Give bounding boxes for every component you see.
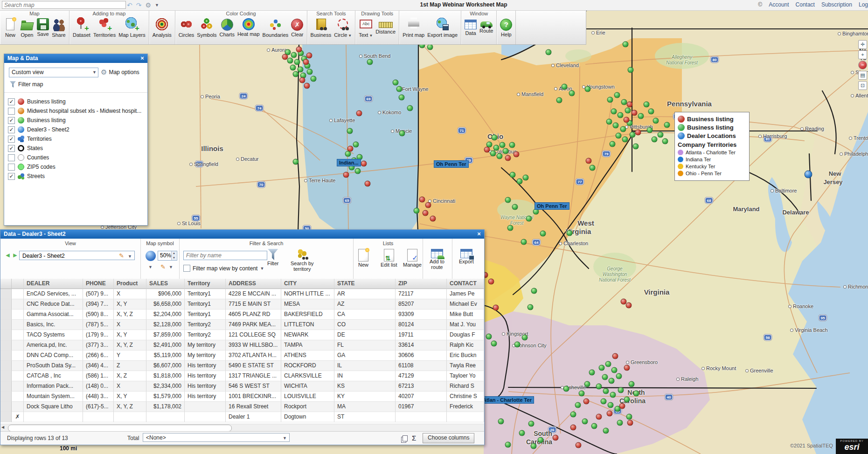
charts-button[interactable]: Charts — [218, 17, 236, 38]
map-marker[interactable] — [493, 145, 500, 151]
map-marker[interactable] — [648, 109, 654, 115]
map-marker[interactable] — [393, 80, 399, 86]
map-marker[interactable] — [570, 425, 576, 431]
table-row[interactable]: Gamma Associat...(590) 8...X, Y, Z$2,204… — [0, 310, 484, 320]
map-marker[interactable] — [585, 86, 591, 92]
filter-by-name-input[interactable] — [183, 251, 267, 260]
map-marker[interactable] — [610, 392, 616, 398]
heat-map-button[interactable]: Heat map — [236, 17, 261, 37]
map-marker[interactable] — [582, 419, 588, 425]
total-select[interactable]: <None> ▼ — [143, 433, 290, 442]
checkbox[interactable]: ✓ — [8, 126, 15, 133]
analysis-button[interactable]: Analysis — [151, 17, 173, 38]
map-marker[interactable] — [608, 402, 614, 408]
map-marker[interactable] — [367, 59, 373, 65]
map-marker[interactable] — [500, 142, 506, 148]
territories-button[interactable]: Territories — [92, 17, 117, 38]
zoom-out-button[interactable]: − — [858, 61, 867, 69]
map-marker[interactable] — [602, 374, 608, 380]
map-marker[interactable] — [603, 388, 609, 394]
help-button[interactable]: Help — [499, 17, 514, 38]
row-selector[interactable] — [0, 361, 12, 371]
table-row[interactable]: Mountain System...(448) 3...X, Y$1,579,0… — [0, 392, 484, 402]
map-marker[interactable] — [531, 443, 537, 449]
map-marker[interactable] — [605, 361, 611, 367]
map-marker[interactable] — [356, 110, 362, 117]
layers-button[interactable]: ▤ — [858, 71, 867, 80]
map-marker[interactable] — [616, 373, 622, 379]
checkbox[interactable] — [8, 164, 15, 171]
map-marker[interactable] — [617, 420, 623, 426]
route-button[interactable]: Route — [478, 17, 494, 34]
map-marker[interactable] — [505, 197, 511, 203]
prev-view-button[interactable]: ◀ — [4, 252, 11, 259]
map-marker[interactable] — [522, 335, 528, 341]
checkbox[interactable] — [8, 108, 15, 115]
map-marker[interactable] — [407, 105, 413, 111]
redo-icon[interactable]: ↷ — [136, 1, 142, 9]
map-marker[interactable] — [599, 365, 605, 371]
table-row[interactable]: ✗Dealer 1DogtownST — [0, 412, 484, 422]
map-marker[interactable] — [293, 159, 299, 165]
row-selector[interactable] — [0, 402, 12, 412]
map-marker[interactable] — [514, 342, 521, 348]
map-marker[interactable] — [623, 41, 629, 48]
territory-map-label[interactable]: Oh Penn Ter — [434, 160, 469, 168]
territory-map-label[interactable]: Indian... — [337, 159, 361, 166]
map-marker[interactable] — [528, 421, 535, 427]
map-marker[interactable] — [647, 127, 653, 133]
row-selector[interactable] — [0, 310, 12, 320]
map-marker[interactable] — [510, 172, 516, 178]
map-marker[interactable] — [620, 126, 626, 132]
map-marker[interactable] — [627, 102, 633, 108]
select-area-button[interactable]: ⊡ — [858, 81, 867, 90]
share-button[interactable]: Share — [50, 17, 67, 38]
scrollbar-thumb[interactable] — [8, 425, 232, 432]
dataset-button[interactable]: Dataset — [71, 17, 92, 38]
column-header-sales[interactable]: SALES — [146, 279, 185, 289]
top-link-subscription[interactable]: Subscription — [821, 1, 852, 8]
map-marker[interactable] — [299, 77, 306, 83]
map-marker[interactable] — [589, 370, 595, 376]
checkbox[interactable]: ✓ — [8, 136, 15, 143]
column-header-dealer[interactable]: DEALER — [24, 279, 83, 289]
map-marker[interactable] — [607, 97, 613, 103]
map-marker[interactable] — [505, 442, 511, 448]
table-row[interactable]: Information Pack...(148) 0...X$2,334,000… — [0, 381, 484, 392]
map-marker[interactable] — [491, 341, 497, 347]
map-marker[interactable] — [294, 59, 300, 65]
map-marker[interactable] — [586, 158, 592, 164]
delete-row-icon[interactable]: ✗ — [12, 412, 24, 422]
map-marker[interactable] — [521, 239, 527, 245]
map-marker[interactable] — [306, 53, 312, 59]
layer-item-midwest-hospital-subset-[interactable]: Midwest hospital subset xls - Midwest ho… — [8, 106, 146, 116]
choose-columns-button[interactable]: Choose columns — [423, 433, 474, 443]
map-marker[interactable] — [298, 67, 304, 73]
column-header-phone[interactable]: PHONE — [83, 279, 114, 289]
export-button[interactable]: Export — [459, 249, 474, 264]
circle-button[interactable]: Circle▼ — [333, 17, 353, 38]
layer-item-territories[interactable]: ✓Territories — [8, 134, 146, 144]
map-marker[interactable] — [611, 367, 618, 373]
map-marker[interactable] — [490, 151, 496, 157]
symbols-button[interactable]: Symbols — [195, 17, 218, 38]
map-marker[interactable] — [624, 117, 630, 123]
view-select[interactable]: Custom view ▼ — [9, 68, 98, 77]
map-marker[interactable] — [805, 171, 812, 179]
chevron-down-icon[interactable]: ▼ — [169, 265, 173, 269]
row-selector[interactable] — [0, 392, 12, 402]
map-marker[interactable] — [365, 181, 371, 187]
sum-icon[interactable]: Σ — [412, 434, 416, 442]
layer-item-states[interactable]: ✓States — [8, 144, 146, 153]
pan-button[interactable]: ✛ — [858, 40, 867, 49]
map-marker[interactable] — [579, 391, 585, 397]
map-marker[interactable] — [486, 334, 492, 340]
circles-button[interactable]: Circles — [177, 17, 196, 38]
map-marker[interactable] — [644, 102, 650, 108]
checkbox[interactable] — [183, 265, 190, 272]
row-selector[interactable] — [0, 412, 12, 422]
table-row[interactable]: DNN CAD Comp...(266) 6...Y$5,119,000My t… — [0, 351, 484, 361]
checkbox[interactable] — [8, 154, 15, 161]
column-header-city[interactable]: CITY — [281, 279, 334, 289]
map-marker[interactable] — [347, 128, 353, 134]
